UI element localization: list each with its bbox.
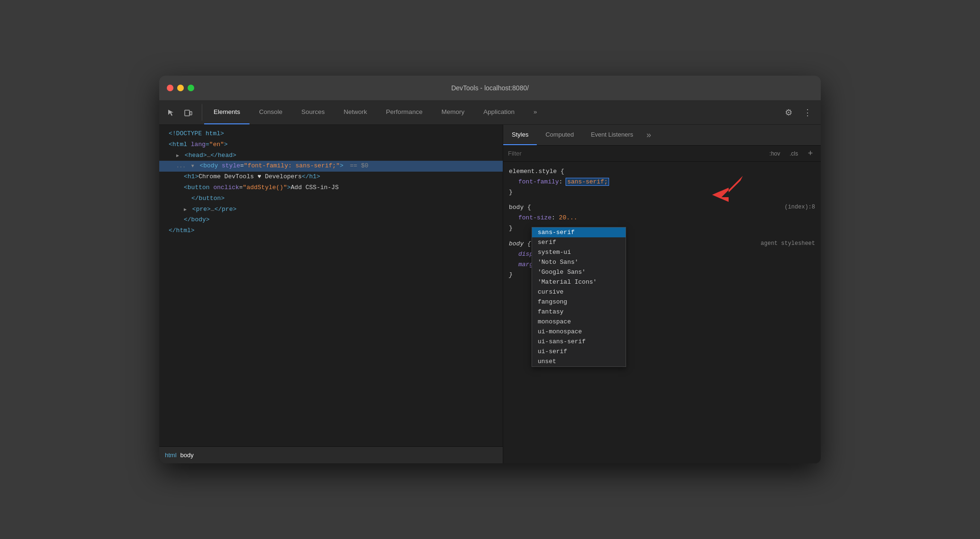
autocomplete-item-ui-sans-serif[interactable]: ui-sans-serif — [532, 337, 626, 347]
autocomplete-item-material-icons[interactable]: 'Material Icons' — [532, 277, 626, 287]
settings-button[interactable]: ⚙ — [781, 105, 796, 120]
dom-line-html-close: </html> — [159, 226, 503, 236]
tab-application[interactable]: Application — [474, 100, 524, 124]
subtab-more[interactable]: » — [642, 125, 656, 145]
selector-body-1: body { — [509, 204, 531, 211]
brace-2: } — [509, 225, 513, 232]
dom-panel: <!DOCTYPE html> <html lang="en"> ▶ <head… — [159, 125, 503, 463]
menu-button[interactable]: ⋮ — [800, 105, 815, 120]
cursor-icon-button[interactable] — [163, 104, 179, 121]
body-style-attr: style — [222, 162, 240, 169]
tab-memory[interactable]: Memory — [432, 100, 474, 124]
prop-font-family: font-family — [518, 178, 559, 185]
button-close-tag: </button> — [191, 195, 224, 202]
style-property-font-family[interactable]: font-family: sans-serif; — [509, 177, 815, 187]
tab-list: Elements Console Sources Network Perform… — [204, 100, 775, 124]
button-text: Add CSS-in-JS — [291, 184, 338, 191]
dom-line-button[interactable]: <button onclick="addStyle()">Add CSS-in-… — [159, 183, 503, 193]
dom-line-h1[interactable]: <h1>Chrome DevTools ♥ Developers</h1> — [159, 172, 503, 183]
dom-line-body-close: </body> — [159, 215, 503, 226]
source-body-2: agent stylesheet — [761, 239, 815, 248]
toolbar: Elements Console Sources Network Perform… — [159, 100, 821, 125]
onclick-attr: onclick — [213, 184, 239, 191]
autocomplete-item-serif[interactable]: serif — [532, 237, 626, 247]
main-content: <!DOCTYPE html> <html lang="en"> ▶ <head… — [159, 125, 821, 463]
head-tag: <head> — [185, 152, 207, 159]
autocomplete-item-sans-serif[interactable]: sans-serif — [532, 227, 626, 237]
tab-performance[interactable]: Performance — [377, 100, 432, 124]
selector-text: element.style { — [509, 168, 564, 175]
doctype-tag: <!DOCTYPE html> — [169, 130, 224, 137]
toolbar-right: ⚙ ⋮ — [775, 100, 821, 124]
style-close-element: } — [509, 187, 815, 198]
dom-line-head[interactable]: ▶ <head>…</head> — [159, 150, 503, 161]
autocomplete-item-fantasy[interactable]: fantasy — [532, 307, 626, 317]
tab-network[interactable]: Network — [334, 100, 377, 124]
body-close: > — [340, 162, 344, 169]
dom-line-html: <html lang="en"> — [159, 139, 503, 150]
breadcrumb-body[interactable]: body — [181, 452, 194, 459]
pre-triangle-icon: ▶ — [184, 207, 187, 212]
toolbar-divider — [202, 104, 202, 121]
breadcrumb-html[interactable]: html — [165, 452, 177, 459]
style-property-font-size[interactable]: font-size: 20... — [509, 213, 815, 223]
cls-button[interactable]: .cls — [787, 149, 801, 158]
svg-rect-1 — [190, 112, 192, 115]
filter-input[interactable] — [508, 150, 763, 157]
window-controls — [167, 85, 194, 91]
subtab-styles[interactable]: Styles — [503, 125, 537, 145]
minimize-button[interactable] — [177, 85, 184, 91]
autocomplete-item-monospace[interactable]: monospace — [532, 317, 626, 327]
autocomplete-item-cursive[interactable]: cursive — [532, 287, 626, 297]
subtab-computed[interactable]: Computed — [537, 125, 582, 145]
autocomplete-item-ui-serif[interactable]: ui-serif — [532, 347, 626, 356]
hov-button[interactable]: :hov — [766, 149, 783, 158]
dom-content[interactable]: <!DOCTYPE html> <html lang="en"> ▶ <head… — [159, 125, 503, 446]
subtab-event-listeners[interactable]: Event Listeners — [582, 125, 642, 145]
brace-3: } — [509, 271, 513, 278]
title-bar: DevTools - localhost:8080/ — [159, 76, 821, 100]
dom-line-button-close: </button> — [159, 193, 503, 204]
colon-2: : — [551, 214, 559, 221]
body-close-tag: </body> — [184, 216, 210, 223]
button-tag: <button — [184, 184, 213, 191]
brace: } — [509, 189, 513, 196]
html-open-tag: <html lang="en"> — [169, 141, 228, 148]
autocomplete-item-fangsong[interactable]: fangsong — [532, 297, 626, 307]
value-font-size[interactable]: 20... — [559, 214, 577, 221]
pre-tag: <pre> — [192, 206, 211, 213]
value-sans-serif[interactable]: sans-serif; — [566, 178, 609, 185]
autocomplete-item-ui-monospace[interactable]: ui-monospace — [532, 327, 626, 337]
onclick-value: "addStyle()" — [243, 184, 287, 191]
dom-line-doctype: <!DOCTYPE html> — [159, 129, 503, 139]
tab-sources[interactable]: Sources — [292, 100, 335, 124]
style-selector-body-1: body { (index):8 — [509, 202, 815, 213]
style-rule-element: element.style { font-family: sans-serif;… — [503, 165, 821, 199]
pre-close-tag: </pre> — [215, 206, 237, 213]
autocomplete-dropdown[interactable]: sans-serif serif system-ui 'Noto Sans' '… — [532, 227, 626, 367]
maximize-button[interactable] — [188, 85, 194, 91]
device-icon-button[interactable] — [180, 104, 196, 121]
autocomplete-item-noto-sans[interactable]: 'Noto Sans' — [532, 257, 626, 267]
tab-elements[interactable]: Elements — [204, 100, 249, 124]
plus-button[interactable]: + — [805, 148, 816, 158]
devtools-window: DevTools - localhost:8080/ Elements Cons… — [159, 76, 821, 463]
autocomplete-item-system-ui[interactable]: system-ui — [532, 247, 626, 257]
ellipsis: ... — [176, 163, 186, 169]
tab-more[interactable]: » — [524, 100, 547, 124]
h1-close: </h1> — [302, 173, 320, 180]
html-close-tag: </html> — [169, 227, 195, 234]
body-style-value: "font-family: sans-serif;" — [244, 162, 340, 169]
dom-line-body[interactable]: ... ▼ <body style="font-family: sans-ser… — [159, 161, 503, 172]
autocomplete-item-google-sans[interactable]: 'Google Sans' — [532, 267, 626, 277]
triangle-down-icon: ▼ — [191, 164, 194, 169]
source-body-1: (index):8 — [784, 202, 815, 212]
styles-panel-inner: element.style { font-family: sans-serif;… — [503, 162, 821, 463]
filter-row: :hov .cls + — [503, 146, 821, 162]
tab-console[interactable]: Console — [249, 100, 292, 124]
triangle-icon: ▶ — [176, 153, 179, 158]
dom-line-pre[interactable]: ▶ <pre>…</pre> — [159, 204, 503, 215]
autocomplete-item-unset[interactable]: unset — [532, 356, 626, 366]
body-tag: <body — [199, 162, 222, 169]
close-button[interactable] — [167, 85, 173, 91]
